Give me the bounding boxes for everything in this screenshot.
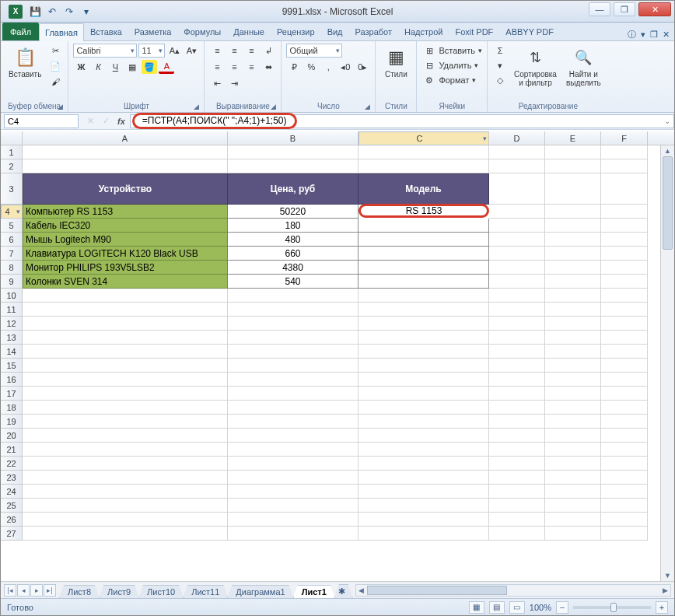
- cell[interactable]: [489, 373, 545, 387]
- enter-formula-button[interactable]: ✓: [99, 116, 113, 126]
- cell[interactable]: [358, 275, 489, 289]
- cell[interactable]: [228, 443, 358, 457]
- align-middle-button[interactable]: ≡: [226, 44, 242, 58]
- cell[interactable]: [489, 261, 545, 275]
- cell[interactable]: [23, 345, 228, 359]
- cell[interactable]: [358, 429, 489, 443]
- cell[interactable]: [358, 331, 489, 345]
- cell[interactable]: [228, 159, 358, 173]
- align-left-button[interactable]: ≡: [209, 60, 225, 74]
- cell[interactable]: [23, 359, 228, 373]
- cell[interactable]: [489, 247, 545, 261]
- scroll-down-icon[interactable]: ▼: [661, 570, 674, 581]
- autosum-button[interactable]: Σ: [492, 44, 508, 58]
- grow-font-button[interactable]: A▴: [166, 44, 182, 58]
- col-header-b[interactable]: B: [228, 131, 358, 145]
- zoom-in-button[interactable]: +: [656, 601, 668, 614]
- row-header[interactable]: 23: [1, 471, 23, 485]
- cell[interactable]: [545, 345, 601, 359]
- row-header[interactable]: 24: [1, 485, 23, 499]
- tab-developer[interactable]: Разработ: [349, 23, 398, 40]
- tab-addins[interactable]: Надстрой: [398, 23, 449, 40]
- nav-next-button[interactable]: ▸: [30, 584, 43, 597]
- cell[interactable]: [358, 387, 489, 401]
- cell[interactable]: [358, 289, 489, 303]
- sort-filter-button[interactable]: ⇅ Сортировка и фильтр: [511, 44, 560, 89]
- cell[interactable]: [228, 429, 358, 443]
- tab-formulas[interactable]: Формулы: [177, 23, 227, 40]
- table-header[interactable]: Устройство: [23, 173, 228, 205]
- styles-button[interactable]: ▦ Стили: [380, 44, 411, 80]
- cell[interactable]: [489, 513, 545, 527]
- view-break-button[interactable]: ▭: [509, 601, 525, 614]
- cell[interactable]: [545, 499, 601, 513]
- cell[interactable]: [358, 359, 489, 373]
- cell[interactable]: [601, 247, 648, 261]
- cell[interactable]: [489, 173, 545, 205]
- align-center-button[interactable]: ≡: [226, 60, 242, 74]
- cell[interactable]: [358, 373, 489, 387]
- sheet-tab[interactable]: Диаграмма1: [227, 585, 293, 598]
- cell[interactable]: [601, 401, 648, 415]
- select-all-corner[interactable]: [1, 131, 23, 145]
- cell[interactable]: [228, 373, 358, 387]
- font-name-select[interactable]: Calibri: [73, 44, 137, 58]
- cell[interactable]: [601, 373, 648, 387]
- row-header[interactable]: 27: [1, 527, 23, 541]
- doc-restore-icon[interactable]: ❐: [650, 30, 658, 40]
- cell[interactable]: 540: [228, 275, 358, 289]
- cell[interactable]: Колонки SVEN 314: [23, 275, 228, 289]
- cell[interactable]: [601, 443, 648, 457]
- cell[interactable]: [228, 345, 358, 359]
- sheet-tab[interactable]: Лист11: [183, 585, 228, 598]
- cell[interactable]: 50220: [228, 205, 358, 219]
- cell[interactable]: [23, 317, 228, 331]
- row-header[interactable]: 17: [1, 387, 23, 401]
- cell[interactable]: [489, 145, 545, 159]
- table-header[interactable]: Цена, руб: [228, 173, 358, 205]
- cell[interactable]: [601, 471, 648, 485]
- row-header[interactable]: 7: [1, 247, 23, 261]
- cell[interactable]: [601, 527, 648, 541]
- delete-cell-button[interactable]: ⊟Удалить▾: [421, 58, 482, 72]
- cell[interactable]: [601, 387, 648, 401]
- cell[interactable]: [489, 415, 545, 429]
- align-right-button[interactable]: ≡: [243, 60, 259, 74]
- cell[interactable]: [545, 485, 601, 499]
- clear-button[interactable]: ◇: [492, 73, 508, 87]
- paste-button[interactable]: 📋 Вставить: [5, 44, 44, 80]
- close-button[interactable]: ✕: [638, 2, 671, 16]
- dialog-launcher-icon[interactable]: ◢: [194, 103, 199, 110]
- cell-highlight[interactable]: RS 1153: [358, 204, 489, 218]
- cell[interactable]: [23, 471, 228, 485]
- nav-last-button[interactable]: ▸|: [44, 584, 56, 597]
- tab-data[interactable]: Данные: [227, 23, 271, 40]
- cell[interactable]: Мышь Logitech M90: [23, 233, 228, 247]
- tab-view[interactable]: Вид: [321, 23, 349, 40]
- cell[interactable]: [23, 415, 228, 429]
- cell[interactable]: [489, 457, 545, 471]
- cell[interactable]: [23, 289, 228, 303]
- cell[interactable]: [601, 499, 648, 513]
- cell[interactable]: [545, 331, 601, 345]
- cell[interactable]: [545, 415, 601, 429]
- cell[interactable]: [545, 457, 601, 471]
- cell[interactable]: [545, 247, 601, 261]
- ribbon-min-icon[interactable]: ▾: [641, 30, 645, 40]
- cell[interactable]: Компьютер RS 1153: [23, 205, 228, 219]
- cell[interactable]: [601, 317, 648, 331]
- cell[interactable]: [358, 443, 489, 457]
- cell[interactable]: [601, 275, 648, 289]
- view-normal-button[interactable]: ▦: [469, 601, 484, 614]
- cell[interactable]: [545, 205, 601, 219]
- cell[interactable]: [23, 527, 228, 541]
- cell[interactable]: [228, 415, 358, 429]
- cell[interactable]: [228, 485, 358, 499]
- cell[interactable]: [489, 289, 545, 303]
- cell[interactable]: [545, 317, 601, 331]
- cell[interactable]: [358, 261, 489, 275]
- name-box[interactable]: C4: [4, 114, 79, 128]
- view-layout-button[interactable]: ▤: [489, 601, 505, 614]
- cell[interactable]: [228, 303, 358, 317]
- row-header[interactable]: 6: [1, 233, 23, 247]
